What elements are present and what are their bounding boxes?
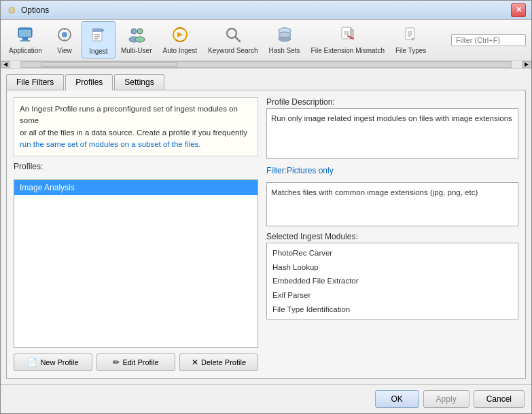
left-panel: An Ingest Profile runs a preconfigured s…: [14, 97, 258, 371]
toolbar-scrollbar[interactable]: ◀ ▶: [1, 61, 531, 69]
delete-profile-button[interactable]: ✕ Delete Profile: [179, 353, 258, 371]
description-text: Run only image related ingest modules on…: [266, 108, 518, 159]
module-exif-parser: Exif Parser: [272, 288, 512, 303]
profile-item-image-analysis[interactable]: Image Analysis: [14, 180, 258, 195]
description-section: Profile Description: Run only image rela…: [266, 97, 518, 159]
toolbar-application-label: Application: [9, 47, 42, 54]
cancel-button[interactable]: Cancel: [474, 390, 525, 408]
edit-profile-button[interactable]: ✏ Edit Profile: [96, 353, 175, 371]
toolbar-file-types[interactable]: ? File Types: [390, 21, 431, 58]
filter-description: Matches files with common image extensio…: [266, 182, 518, 226]
auto-ingest-icon: [169, 24, 191, 46]
info-text-line2: or all of the files in a data source. Cr…: [20, 128, 247, 137]
svg-point-16: [137, 29, 143, 34]
main-content: File Filters Profiles Settings An Ingest…: [1, 69, 531, 384]
new-profile-button[interactable]: 📄 New Profile: [14, 353, 92, 371]
tab-bar: File Filters Profiles Settings: [6, 74, 526, 90]
file-ext-mismatch-icon: [337, 24, 359, 46]
toolbar-ingest-label: Ingest: [89, 48, 107, 55]
search-area: [451, 21, 526, 58]
bottom-bar: OK Apply Cancel: [1, 384, 531, 413]
module-hash-lookup: Hash Lookup: [272, 260, 512, 275]
info-text-line3: run the same set of modules on a subset …: [20, 140, 201, 148]
keyword-search-icon: [222, 24, 244, 46]
toolbar-auto-ingest[interactable]: Auto Ingest: [157, 21, 202, 58]
profiles-list[interactable]: Image Analysis: [14, 179, 258, 348]
svg-point-6: [62, 32, 67, 37]
ingest-modules-list: PhotoRec Carver Hash Lookup Embedded Fil…: [266, 243, 518, 320]
right-panel: Profile Description: Run only image rela…: [266, 97, 518, 371]
toolbar-view[interactable]: View: [48, 21, 82, 58]
tab-content: An Ingest Profile runs a preconfigured s…: [6, 90, 526, 379]
application-icon: [14, 24, 36, 46]
scroll-left-arrow[interactable]: ◀: [1, 61, 10, 68]
toolbar-multi-user-label: Multi-User: [121, 47, 152, 54]
scroll-right-arrow[interactable]: ▶: [522, 61, 531, 68]
search-input[interactable]: [451, 34, 526, 46]
edit-profile-icon: ✏: [113, 358, 120, 367]
profiles-section-label: Profiles:: [14, 162, 258, 171]
svg-point-15: [131, 29, 137, 34]
view-icon: [54, 24, 75, 46]
new-profile-icon: 📄: [27, 358, 37, 367]
tab-file-filters[interactable]: File Filters: [6, 74, 64, 90]
file-types-icon: ?: [400, 24, 422, 46]
scrollbar-thumb[interactable]: [41, 62, 177, 67]
toolbar-view-label: View: [57, 47, 72, 54]
multi-user-icon: [126, 24, 147, 46]
toolbar: Application View: [1, 20, 531, 61]
modules-section-label: Selected Ingest Modules:: [266, 232, 518, 241]
toolbar-file-ext-mismatch[interactable]: File Extension Mismatch: [306, 21, 390, 58]
description-label: Profile Description:: [266, 97, 518, 107]
toolbar-multi-user[interactable]: Multi-User: [116, 21, 158, 58]
toolbar-ingest[interactable]: Ingest: [82, 21, 116, 58]
ingest-icon: [88, 24, 109, 46]
modules-section: Selected Ingest Modules: PhotoRec Carver…: [266, 232, 518, 320]
toolbar-keyword-search[interactable]: Keyword Search: [202, 21, 263, 58]
toolbar-hash-sets[interactable]: Hash Sets: [263, 21, 305, 58]
svg-marker-28: [351, 27, 353, 30]
window-title: Options: [21, 5, 511, 15]
svg-rect-10: [92, 29, 102, 32]
svg-point-26: [279, 32, 291, 37]
svg-rect-4: [19, 29, 31, 30]
svg-rect-1: [22, 37, 28, 40]
tab-profiles[interactable]: Profiles: [65, 74, 113, 90]
svg-rect-2: [20, 40, 30, 41]
svg-marker-11: [102, 29, 105, 31]
toolbar-auto-ingest-label: Auto Ingest: [162, 47, 197, 54]
toolbar-file-types-label: File Types: [395, 47, 426, 54]
info-box: An Ingest Profile runs a preconfigured s…: [14, 97, 258, 156]
title-bar: ⚙ Options ✕: [1, 1, 531, 20]
toolbar-keyword-search-label: Keyword Search: [208, 47, 258, 54]
info-text-line1: An Ingest Profile runs a preconfigured s…: [20, 105, 238, 124]
toolbar-hash-sets-label: Hash Sets: [268, 47, 300, 54]
ok-button[interactable]: OK: [375, 390, 419, 408]
svg-point-18: [135, 37, 145, 42]
options-window: ⚙ Options ✕ Application: [0, 0, 532, 414]
hash-sets-icon: [274, 24, 296, 46]
svg-line-21: [235, 37, 240, 41]
filter-label: Filter:Pictures only: [266, 166, 518, 175]
profiles-layout: An Ingest Profile runs a preconfigured s…: [14, 97, 518, 371]
toolbar-file-ext-mismatch-label: File Extension Mismatch: [311, 47, 385, 54]
module-embedded-file-extractor: Embedded File Extractor: [272, 274, 512, 288]
module-photorec: PhotoRec Carver: [272, 246, 512, 260]
delete-profile-icon: ✕: [192, 358, 198, 367]
window-icon: ⚙: [6, 5, 17, 16]
svg-text:?: ?: [411, 37, 414, 42]
module-file-type-id: File Type Identification: [272, 303, 512, 317]
close-button[interactable]: ✕: [511, 3, 526, 17]
toolbar-application[interactable]: Application: [3, 21, 48, 58]
scrollbar-track[interactable]: [20, 61, 512, 68]
tab-settings[interactable]: Settings: [114, 74, 164, 90]
apply-button[interactable]: Apply: [423, 390, 469, 408]
action-buttons: 📄 New Profile ✏ Edit Profile ✕ Delete Pr…: [14, 353, 258, 371]
